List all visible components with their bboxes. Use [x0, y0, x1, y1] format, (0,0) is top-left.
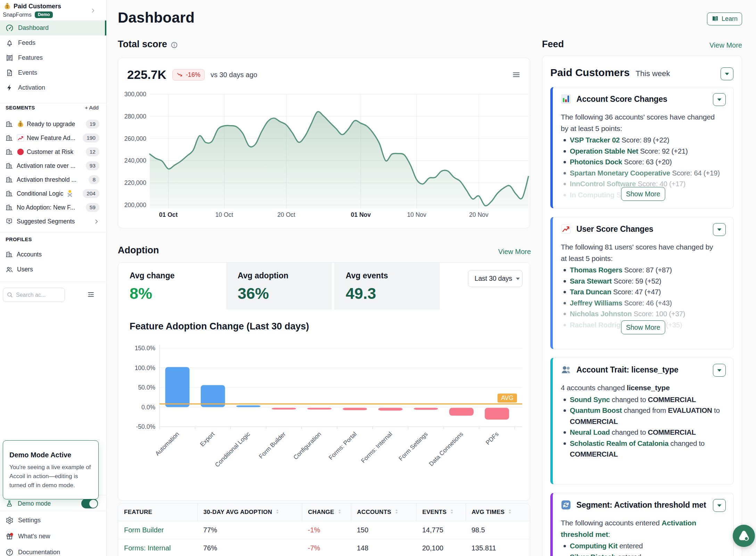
- total-score-value: 225.7K: [127, 68, 166, 82]
- segments-header: SEGMENTS: [6, 105, 35, 111]
- feed-card-dropdown[interactable]: [713, 223, 726, 236]
- svg-text:280,000: 280,000: [124, 113, 147, 120]
- segment-count-badge: 59: [86, 203, 99, 212]
- entity-name[interactable]: In Computing: [570, 191, 614, 199]
- table-header-1[interactable]: 30-DAY AVG ADOPTION: [197, 504, 302, 521]
- entity-name[interactable]: Sara Stewart: [570, 277, 612, 285]
- sidebar-item-documentation[interactable]: Documentation: [0, 544, 106, 556]
- sidebar-item-users[interactable]: Users: [0, 262, 106, 277]
- redcircle-emoji-icon: [17, 148, 24, 156]
- entity-name[interactable]: Neural Load: [570, 428, 610, 436]
- svg-text:Data Connetions: Data Connetions: [428, 431, 465, 467]
- feed-card-dropdown[interactable]: [713, 499, 726, 512]
- segment-item[interactable]: Ready to upgrade 19: [0, 117, 106, 131]
- sidebar-item-dashboard[interactable]: Dashboard: [0, 21, 106, 35]
- caret-down-icon: [515, 276, 521, 281]
- segment-item[interactable]: New Feature Ad... 190: [0, 131, 106, 145]
- segment-item[interactable]: Customer at Risk 12: [0, 145, 106, 159]
- show-more-button[interactable]: Show More: [621, 187, 665, 201]
- accoil-chat-button[interactable]: [733, 525, 755, 547]
- entity-name[interactable]: Jeffrey Williams: [570, 299, 622, 307]
- feed-card-dropdown[interactable]: [713, 364, 726, 377]
- sort-icon[interactable]: [508, 509, 512, 514]
- svg-text:0.0%: 0.0%: [141, 404, 155, 411]
- segment-count-badge: 19: [86, 120, 99, 129]
- entity-name[interactable]: Spartan Monetary Cooperative: [570, 169, 670, 177]
- entity-name[interactable]: Tara Duncan: [570, 288, 611, 296]
- sidebar-item-feeds[interactable]: Feeds: [0, 35, 106, 50]
- collapse-sidebar-icon[interactable]: [87, 291, 94, 298]
- sidebar-item-activation[interactable]: Activation: [0, 80, 106, 95]
- range-select[interactable]: Last 30 days: [468, 270, 523, 287]
- entity-name[interactable]: Scholastic Realm of Catalonia: [570, 439, 668, 447]
- sort-icon[interactable]: [394, 509, 399, 514]
- info-icon[interactable]: [171, 41, 178, 49]
- tab-avg-events[interactable]: Avg events 49.3: [334, 263, 440, 310]
- sort-icon[interactable]: [275, 509, 280, 514]
- suggested-segments-label: Suggested Segments: [17, 218, 75, 225]
- bar-2: [236, 406, 261, 407]
- add-segment-button[interactable]: + Add: [85, 105, 99, 111]
- svg-text:Configuration: Configuration: [292, 431, 322, 461]
- users-icon: [6, 266, 13, 273]
- table-header-0[interactable]: FEATURE: [118, 504, 197, 521]
- segment-item[interactable]: No Adoption: New F... 59: [0, 201, 106, 214]
- learn-button[interactable]: Learn: [707, 13, 742, 25]
- table-header-4[interactable]: EVENTS: [416, 504, 466, 521]
- feed-card-intro: The following accounts entered Activatio…: [561, 517, 718, 540]
- sidebar-item-suggested-segments[interactable]: Suggested Segments: [0, 214, 106, 228]
- entity-name[interactable]: Quantum Boost: [570, 406, 622, 414]
- chart-menu-icon[interactable]: [512, 71, 520, 79]
- tab-avg-change[interactable]: Avg change 8%: [118, 263, 224, 310]
- table-header-5[interactable]: AVG TIMES: [466, 504, 530, 521]
- chevron-right-icon[interactable]: [90, 8, 96, 14]
- show-more-button[interactable]: Show More: [621, 320, 665, 334]
- cell-feature[interactable]: Form Builder: [118, 521, 197, 539]
- workspace-header[interactable]: Paid Customers SnapForms Demo: [0, 0, 106, 19]
- sidebar-item-events[interactable]: Events: [0, 65, 106, 80]
- segment-item[interactable]: Conditional Logic 204: [0, 187, 106, 201]
- search-box[interactable]: [3, 288, 65, 302]
- sort-icon[interactable]: [337, 509, 342, 514]
- table-header-3[interactable]: ACCOUNTS: [351, 504, 416, 521]
- utility-label: What's new: [18, 533, 50, 540]
- search-input[interactable]: [16, 292, 54, 298]
- tab-value: 36%: [238, 285, 332, 303]
- segment-item[interactable]: Activation rate over ... 93: [0, 159, 106, 173]
- feed-group-dropdown[interactable]: [721, 67, 733, 80]
- sidebar-item-features[interactable]: Features: [0, 50, 106, 65]
- demo-mode-toggle[interactable]: [81, 499, 98, 508]
- utility-label: Settings: [18, 517, 41, 524]
- entity-name[interactable]: Nicholas Johnston: [570, 310, 632, 318]
- entity-name[interactable]: Operation Stable Net: [570, 147, 638, 155]
- adoption-view-more[interactable]: View More: [498, 248, 531, 256]
- feed-list-item: Sara Stewart Score: 59 (+52): [561, 276, 726, 287]
- svg-text:Form Builder: Form Builder: [257, 431, 287, 460]
- tab-avg-adoption[interactable]: Avg adoption 36%: [226, 263, 332, 310]
- sidebar-utility: Settings What's new Documentation: [0, 512, 106, 556]
- cell-feature[interactable]: Forms: Internal: [118, 539, 197, 556]
- search-icon: [7, 292, 13, 298]
- entity-name[interactable]: InnControl Software: [570, 180, 636, 188]
- segment-item[interactable]: Activation threshold ... 8: [0, 173, 106, 187]
- building-icon: [6, 204, 13, 211]
- entity-name[interactable]: Photonics Dock: [570, 158, 622, 166]
- gear-icon: [6, 516, 14, 524]
- entity-name[interactable]: Sound Sync: [570, 395, 610, 403]
- table-header-2[interactable]: CHANGE: [302, 504, 351, 521]
- feed-card-dropdown[interactable]: [713, 93, 726, 106]
- moneybag-emoji-icon: [17, 120, 24, 128]
- sort-icon[interactable]: [450, 509, 454, 514]
- sidebar-item-what-s-new[interactable]: What's new: [0, 528, 106, 544]
- entity-name[interactable]: Computing Kit: [570, 542, 617, 550]
- cell-adoption: 77%: [197, 521, 302, 539]
- entity-name[interactable]: VSP Tracker 02: [570, 136, 620, 144]
- accoil-logo-icon: [737, 529, 751, 543]
- sidebar-item-accounts[interactable]: Accounts: [0, 247, 106, 262]
- entity-name[interactable]: Silver Biotech: [570, 553, 616, 556]
- feed-view-more[interactable]: View More: [709, 41, 742, 49]
- help-icon: [6, 548, 14, 556]
- sidebar-item-settings[interactable]: Settings: [0, 512, 106, 528]
- entity-name[interactable]: Thomas Rogers: [570, 266, 622, 274]
- money-bag-icon: [3, 2, 11, 10]
